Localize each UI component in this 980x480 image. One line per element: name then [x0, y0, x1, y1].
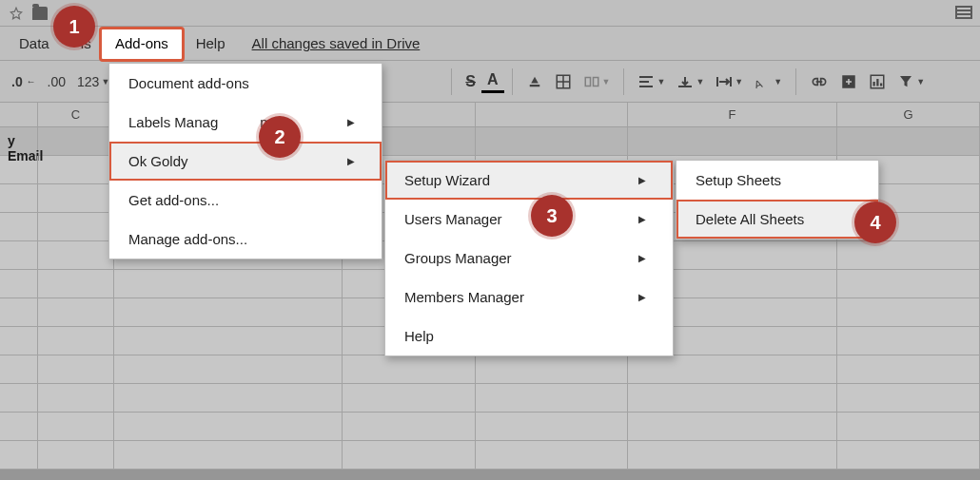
text-color-icon[interactable]: A: [481, 69, 504, 93]
ok-goldy-submenu: Setup Wizard▶ Users Manager▶ Groups Mana…: [384, 160, 674, 356]
borders-icon[interactable]: [549, 69, 578, 94]
col-g[interactable]: G: [837, 103, 980, 126]
menu-document-addons[interactable]: Document add-ons: [109, 64, 382, 103]
col-c[interactable]: C: [38, 103, 114, 126]
menu-users-manager[interactable]: Users Manager▶: [385, 200, 673, 239]
svg-rect-0: [529, 85, 539, 86]
insert-chart-icon[interactable]: [863, 69, 892, 94]
step-badge-3: 3: [531, 195, 573, 237]
filter-icon[interactable]: ▼: [892, 69, 931, 94]
svg-rect-5: [593, 77, 598, 86]
folder-icon[interactable]: [32, 7, 48, 20]
star-icon[interactable]: [10, 7, 23, 20]
step-badge-1: 1: [53, 6, 95, 48]
menu-setup-sheets[interactable]: Setup Sheets: [676, 161, 878, 200]
setup-wizard-submenu: Setup Sheets Delete All Sheets: [676, 160, 879, 240]
menu-help[interactable]: Help: [186, 28, 235, 59]
menu-setup-wizard[interactable]: Setup Wizard▶: [385, 161, 673, 200]
vertical-align-icon[interactable]: ▼: [671, 71, 710, 92]
svg-rect-20: [880, 83, 882, 86]
decrease-decimal-icon[interactable]: .0 ←: [6, 70, 42, 93]
menu-get-addons[interactable]: Get add-ons...: [109, 181, 382, 220]
menu-groups-manager[interactable]: Groups Manager▶: [385, 239, 673, 278]
svg-rect-18: [873, 82, 875, 86]
menu-data[interactable]: Data: [10, 28, 59, 59]
menu-addons-active[interactable]: Add-ons: [99, 27, 185, 62]
insert-comment-icon[interactable]: [834, 69, 863, 94]
fill-color-icon[interactable]: [520, 69, 549, 94]
col-f[interactable]: F: [628, 103, 837, 126]
step-badge-4: 4: [854, 202, 896, 243]
menu-ok-goldy-help[interactable]: Help: [385, 317, 673, 355]
menu-delete-all-sheets[interactable]: Delete All Sheets: [676, 200, 878, 239]
drive-save-status[interactable]: All changes saved in Drive: [252, 35, 421, 51]
merge-cells-icon[interactable]: ▼: [578, 69, 617, 94]
insert-link-icon[interactable]: [804, 72, 834, 91]
svg-text:A: A: [755, 76, 764, 87]
menu-manage-addons[interactable]: Manage add-ons...: [109, 220, 382, 259]
menu-ok-goldy[interactable]: Ok Goldy▶: [109, 142, 382, 181]
titlebar: [0, 0, 980, 27]
strikethrough-icon[interactable]: S: [460, 69, 481, 94]
addons-menu: Document add-ons Labels Managmail▶ Ok Go…: [108, 63, 382, 259]
text-wrap-icon[interactable]: ▼: [710, 71, 749, 92]
menu-labels-manager[interactable]: Labels Managmail▶: [109, 103, 382, 142]
step-badge-2: 2: [259, 116, 301, 158]
increase-decimal[interactable]: .00: [42, 70, 71, 93]
svg-rect-19: [876, 79, 878, 86]
horizontal-align-icon[interactable]: ▼: [632, 71, 671, 92]
cell-header[interactable]: y Email: [0, 127, 38, 155]
menu-members-manager[interactable]: Members Manager▶: [385, 278, 673, 317]
text-rotation-icon[interactable]: A▼: [749, 71, 788, 92]
svg-rect-4: [585, 77, 590, 86]
hamburger-icon[interactable]: [955, 6, 972, 19]
